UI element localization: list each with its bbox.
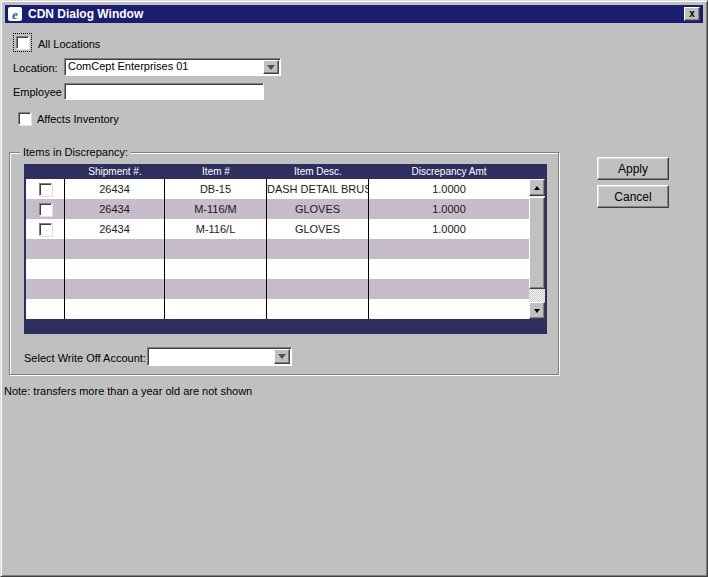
affects-inventory-label: Affects Inventory [37,113,119,125]
row-checkbox-cell [26,239,65,259]
scrollbar-thumb[interactable] [529,197,545,289]
chevron-down-icon [267,65,275,70]
items-in-discrepancy-groupbox: Items in Discrepancy: Shipment #. Item #… [9,152,559,375]
cell-desc: GLOVES [267,199,369,219]
row-checkbox-cell [26,299,65,319]
employee-label: Employee [13,86,62,98]
row-checkbox-cell [26,279,65,299]
column-header-checkbox [26,166,65,179]
cell-item [165,299,267,319]
cell-shipment [65,279,165,299]
cell-amount [369,239,529,259]
cell-shipment: 26434 [65,199,165,219]
apply-button[interactable]: Apply [597,157,669,180]
cell-shipment: 26434 [65,179,165,199]
cell-item: DB-15 [165,179,267,199]
all-locations-label: All Locations [38,38,100,50]
row-checkbox[interactable] [39,223,52,236]
cell-amount [369,259,529,279]
window-title: CDN Dialog Window [28,7,684,21]
row-checkbox-cell [26,219,65,239]
table-header-row: Shipment #. Item # Item Desc. Discrepanc… [26,166,545,179]
cell-shipment [65,259,165,279]
employee-field[interactable] [64,83,264,100]
groupbox-title: Items in Discrepancy: [20,146,131,158]
discrepancy-table: Shipment #. Item # Item Desc. Discrepanc… [24,164,547,334]
table-row [26,299,529,319]
table-row [26,259,529,279]
cell-item [165,279,267,299]
cell-desc [267,299,369,319]
cell-amount: 1.0000 [369,219,529,239]
row-checkbox-cell [26,199,65,219]
location-label: Location: [13,62,58,74]
location-value: ComCept Enterprises 01 [65,59,262,75]
affects-inventory-checkbox[interactable] [18,112,31,125]
triangle-down-icon [534,309,540,313]
location-dropdown-button[interactable] [263,60,279,74]
write-off-account-value [148,348,273,365]
column-header-desc: Item Desc. [267,166,369,179]
scrollbar-track[interactable] [529,289,545,302]
scroll-down-button[interactable] [529,302,545,319]
table-row [26,239,529,259]
note-text: Note: transfers more than a year old are… [4,385,252,397]
cell-amount: 1.0000 [369,179,529,199]
cell-desc: GLOVES [267,219,369,239]
table-row: 26434M-116/MGLOVES1.0000 [26,199,529,219]
cell-desc [267,279,369,299]
write-off-dropdown-button[interactable] [274,349,290,364]
cell-amount: 1.0000 [369,199,529,219]
vertical-scrollbar[interactable] [529,179,545,319]
cell-amount [369,299,529,319]
cell-item: M-116/M [165,199,267,219]
cancel-button[interactable]: Cancel [597,185,669,208]
cell-desc: DASH DETAIL BRUS [267,179,369,199]
row-checkbox-cell [26,259,65,279]
cell-item: M-116/L [165,219,267,239]
write-off-account-combobox[interactable] [147,347,292,366]
cell-desc [267,259,369,279]
table-row: 26434M-116/LGLOVES1.0000 [26,219,529,239]
row-checkbox-cell [26,179,65,199]
table-row: 26434DB-15DASH DETAIL BRUS1.0000 [26,179,529,199]
cell-desc [267,239,369,259]
app-icon: e [8,7,22,21]
row-checkbox[interactable] [39,203,52,216]
close-icon[interactable]: x [684,7,700,21]
column-header-shipment: Shipment #. [65,166,165,179]
cell-item [165,259,267,279]
column-header-item: Item # [165,166,267,179]
location-combobox[interactable]: ComCept Enterprises 01 [64,58,281,76]
cell-item [165,239,267,259]
dialog-window: e CDN Dialog Window x All Locations Loca… [0,0,708,577]
cell-amount [369,279,529,299]
cell-shipment: 26434 [65,219,165,239]
row-checkbox[interactable] [39,183,52,196]
all-locations-checkbox[interactable] [16,36,29,49]
table-row [26,279,529,299]
scroll-up-button[interactable] [529,179,545,196]
titlebar: e CDN Dialog Window x [5,5,703,23]
cell-shipment [65,299,165,319]
cell-shipment [65,239,165,259]
chevron-down-icon [278,354,286,359]
triangle-up-icon [534,186,540,190]
column-header-amount: Discrepancy Amt [369,166,529,179]
grid-body: 26434DB-15DASH DETAIL BRUS1.000026434M-1… [26,179,529,319]
write-off-account-label: Select Write Off Account: [24,352,146,364]
